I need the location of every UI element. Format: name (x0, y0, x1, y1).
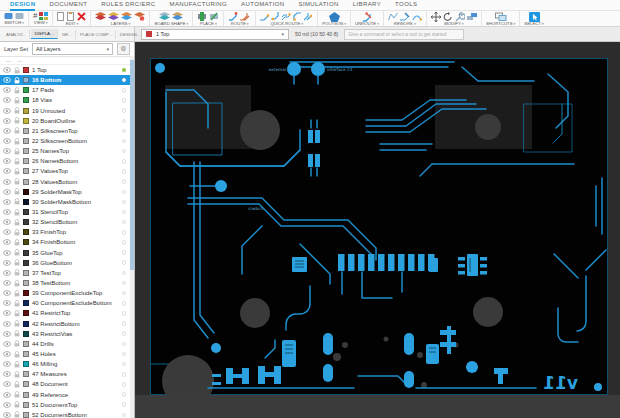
layer-row-26-namesbottom[interactable]: 26 NamesBottom (0, 156, 134, 166)
layer-color-swatch[interactable] (23, 77, 29, 83)
layer-row-36-gluebottom[interactable]: 36 GlueBottom (0, 258, 134, 268)
lock-icon[interactable] (14, 209, 20, 216)
panel-scrollbar-thumb[interactable] (130, 60, 134, 270)
layer-active-dot[interactable] (122, 98, 127, 103)
layer-active-dot[interactable] (122, 220, 127, 225)
layer-color-swatch[interactable] (23, 97, 29, 103)
layer-active-dot[interactable] (122, 311, 127, 316)
panel-tab-0[interactable]: ANALYZ... (3, 30, 30, 39)
visibility-eye-icon[interactable] (3, 148, 11, 154)
lock-icon[interactable] (14, 77, 20, 84)
menu-tab-document[interactable]: DOCUMENT (49, 0, 87, 11)
layer-row-49-reference[interactable]: 49 Reference (0, 390, 134, 400)
layer-color-swatch[interactable] (23, 310, 29, 316)
lock-icon[interactable] (14, 300, 20, 307)
layer-row-29-soldermasktop[interactable]: 29 SolderMaskTop (0, 187, 134, 197)
visibility-eye-icon[interactable] (3, 290, 11, 296)
visibility-eye-icon[interactable] (3, 158, 11, 164)
lock-icon[interactable] (14, 330, 20, 337)
layer-row-43-restrictvias[interactable]: 43 RestrictVias (0, 329, 134, 339)
lock-icon[interactable] (14, 148, 20, 155)
visibility-eye-icon[interactable] (3, 260, 11, 266)
lock-icon[interactable] (14, 411, 20, 418)
layer-active-dot[interactable] (122, 382, 127, 387)
panel-tab-1[interactable]: DISPLA... (31, 29, 57, 39)
visibility-eye-icon[interactable] (3, 77, 11, 83)
lock-icon[interactable] (14, 188, 20, 195)
lock-icon[interactable] (14, 107, 20, 114)
visibility-eye-icon[interactable] (3, 300, 11, 306)
visibility-eye-icon[interactable] (3, 331, 11, 337)
layer-color-swatch[interactable] (23, 250, 29, 256)
layer-color-swatch[interactable] (23, 300, 29, 306)
pcb-canvas[interactable]: external interface 23 crwbcs v11 (135, 42, 620, 418)
layer-row-42-restrictbottom[interactable]: 42 RestrictBottom (0, 319, 134, 329)
layer-active-dot[interactable] (122, 291, 127, 296)
menu-tab-simulation[interactable]: SIMULATION (299, 0, 339, 11)
layer-row-31-stenciltop[interactable]: 31 StencilTop (0, 207, 134, 217)
lock-icon[interactable] (14, 320, 20, 327)
layer-color-swatch[interactable] (23, 118, 29, 124)
lock-icon[interactable] (14, 229, 20, 236)
lock-icon[interactable] (14, 239, 20, 246)
layer-color-swatch[interactable] (23, 189, 29, 195)
visibility-eye-icon[interactable] (3, 321, 11, 327)
menu-tab-tools[interactable]: TOOLS (395, 0, 417, 11)
layer-color-swatch[interactable] (23, 260, 29, 266)
layers-group-button[interactable]: LAYERS (91, 11, 150, 26)
layer-color-swatch[interactable] (23, 381, 29, 387)
lock-icon[interactable] (14, 67, 20, 74)
layer-row-39-componentexcludetop[interactable]: 39 ComponentExcludeTop (0, 288, 134, 298)
layer-active-dot[interactable] (122, 139, 127, 144)
layer-row-21-silkscreentop[interactable]: 21 SilkscreenTop (0, 126, 134, 136)
layer-row-40-componentexcludebottom[interactable]: 40 ComponentExcludeBottom (0, 298, 134, 308)
lock-icon[interactable] (14, 158, 20, 165)
visibility-eye-icon[interactable] (3, 341, 11, 347)
lock-icon[interactable] (14, 178, 20, 185)
lock-icon[interactable] (14, 198, 20, 205)
visibility-eye-icon[interactable] (3, 280, 11, 286)
layer-row-16-bottom[interactable]: 16 Bottom (0, 75, 134, 85)
layer-color-swatch[interactable] (23, 138, 29, 144)
layer-row-18-vias[interactable]: 18 Vias (0, 95, 134, 105)
layer-row-47-measures[interactable]: 47 Measures (0, 369, 134, 379)
lock-icon[interactable] (14, 371, 20, 378)
toggle-all-lock-icon[interactable]: — (17, 58, 22, 64)
polygon-group-button[interactable]: POLYGON (318, 11, 351, 26)
layer-row-33-finishtop[interactable]: 33 FinishTop (0, 227, 134, 237)
layer-row-22-silkscreenbottom[interactable]: 22 SilkscreenBottom (0, 136, 134, 146)
layer-active-dot[interactable] (122, 342, 127, 347)
layer-active-dot[interactable] (122, 169, 127, 174)
layer-active-dot[interactable] (122, 250, 127, 255)
layer-color-swatch[interactable] (23, 341, 29, 347)
place-group-button[interactable]: PLACE (193, 11, 224, 26)
lock-icon[interactable] (14, 361, 20, 368)
visibility-eye-icon[interactable] (3, 67, 11, 73)
visibility-eye-icon[interactable] (3, 371, 11, 377)
layer-row-17-pads[interactable]: 17 Pads (0, 85, 134, 95)
layer-color-swatch[interactable] (23, 290, 29, 296)
trace-width-selector[interactable]: 50 mil (10 50 40 8) (295, 31, 338, 37)
layer-active-dot[interactable] (122, 372, 127, 377)
layer-active-dot[interactable] (122, 159, 127, 164)
layer-row-32-stencilbottom[interactable]: 32 StencilBottom (0, 217, 134, 227)
visibility-eye-icon[interactable] (3, 381, 11, 387)
layer-row-28-valuesbottom[interactable]: 28 ValuesBottom (0, 177, 134, 187)
visibility-eye-icon[interactable] (3, 250, 11, 256)
select-group-button[interactable]: SELECT (520, 11, 547, 26)
layer-active-dot[interactable] (122, 88, 127, 93)
layer-active-dot[interactable] (122, 230, 127, 235)
active-layer-dropdown[interactable]: 1 Top ▾ (141, 29, 289, 40)
layer-color-swatch[interactable] (23, 128, 29, 134)
layer-row-38-testbottom[interactable]: 38 TestBottom (0, 278, 134, 288)
visibility-eye-icon[interactable] (3, 87, 11, 93)
layer-color-swatch[interactable] (23, 229, 29, 235)
visibility-eye-icon[interactable] (3, 392, 11, 398)
layer-row-41-restricttop[interactable]: 41 RestrictTop (0, 308, 134, 318)
visibility-eye-icon[interactable] (3, 138, 11, 144)
visibility-eye-icon[interactable] (3, 412, 11, 418)
lock-icon[interactable] (14, 269, 20, 276)
layer-row-35-gluetop[interactable]: 35 GlueTop (0, 248, 134, 258)
layer-active-dot[interactable] (122, 352, 127, 357)
layer-active-dot[interactable] (122, 210, 127, 215)
